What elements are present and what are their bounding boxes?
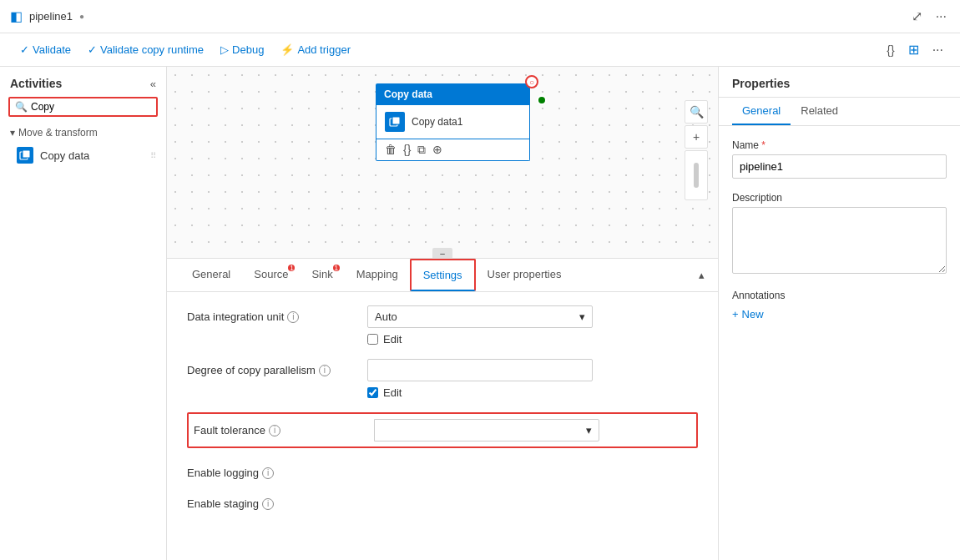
copy-data-node[interactable]: ○ Copy data Copy data1 🗑 {} [376, 83, 530, 161]
top-bar: ◧ pipeline1 ● ⤢ ··· [0, 0, 960, 33]
data-integration-unit-select[interactable]: Auto [367, 305, 593, 328]
category-header[interactable]: ▾ Move & transform [0, 124, 166, 142]
fault-tolerance-select[interactable] [374, 419, 599, 441]
activity-label: Copy data [40, 149, 89, 162]
new-annotation-button[interactable]: + New [732, 305, 764, 324]
toolbar-more-button[interactable]: ··· [929, 40, 947, 59]
source-badge: 1 [288, 265, 295, 271]
node-add-icon[interactable]: ⊕ [432, 143, 442, 157]
monitor-button[interactable]: ⊞ [905, 40, 922, 59]
degree-copy-edit-checkbox[interactable] [367, 387, 378, 398]
search-input[interactable] [31, 101, 151, 113]
tab-sink[interactable]: Sink 1 [300, 260, 344, 290]
name-field-label: Name * [732, 139, 947, 151]
tab-bar: General Source 1 Sink 1 Mapping Settings [167, 259, 718, 292]
fault-tolerance-info-icon[interactable]: i [269, 425, 280, 436]
debug-icon: ▷ [220, 43, 229, 56]
node-footer: 🗑 {} ⧉ ⊕ [376, 139, 530, 161]
search-box: 🔍 [8, 97, 158, 117]
validate-copy-check-icon: ✓ [88, 43, 97, 56]
tab-source[interactable]: Source 1 [242, 260, 300, 290]
tab-settings[interactable]: Settings [410, 259, 476, 291]
node-copy-icon[interactable]: ⧉ [417, 143, 426, 157]
node-header: Copy data [376, 83, 530, 105]
data-integration-unit-label: Data integration unit i [187, 305, 354, 323]
tab-mapping[interactable]: Mapping [345, 260, 410, 290]
tab-general[interactable]: General [180, 260, 242, 290]
props-tab-related[interactable]: Related [791, 98, 848, 125]
data-integration-unit-controls: Auto Edit [367, 305, 698, 346]
node-code-icon[interactable]: {} [403, 143, 411, 157]
error-indicator: ○ [525, 75, 538, 88]
name-field: Name * [732, 139, 947, 179]
svg-rect-1 [23, 150, 30, 158]
node-body: Copy data1 [376, 105, 530, 139]
degree-copy-parallelism-row: Degree of copy parallelism i Edit [187, 359, 698, 399]
code-button[interactable]: {} [883, 40, 897, 59]
tab-collapse-icon[interactable]: ▴ [699, 269, 705, 281]
collapse-icon[interactable]: « [150, 78, 156, 90]
category-label: Move & transform [18, 127, 98, 139]
sidebar-header: Activities « [0, 73, 166, 97]
fault-tolerance-chevron-icon [586, 424, 592, 436]
drag-handle-icon: ⠿ [150, 151, 156, 160]
top-bar-left: ◧ pipeline1 ● [10, 8, 84, 24]
enable-staging-info-icon[interactable]: i [262, 498, 274, 510]
enable-staging-label: Enable staging i [187, 492, 354, 510]
props-tab-general[interactable]: General [732, 98, 791, 125]
activity-item-copy-data[interactable]: Copy data ⠿ [0, 142, 166, 169]
tab-user-properties[interactable]: User properties [476, 260, 573, 290]
data-integration-edit-checkbox[interactable] [367, 334, 378, 345]
app-icon: ◧ [10, 8, 23, 24]
collapse-handle[interactable]: – [432, 248, 452, 258]
plus-icon: + [732, 308, 739, 320]
collapse-chevron-icon: – [440, 249, 445, 258]
settings-content: Data integration unit i Auto Edit [167, 292, 718, 560]
pipeline-title: pipeline1 [29, 10, 73, 23]
select-chevron-icon [579, 310, 585, 323]
canvas-area: ○ Copy data Copy data1 🗑 {} [167, 67, 718, 560]
degree-copy-parallelism-label: Degree of copy parallelism i [187, 359, 354, 376]
validate-button[interactable]: ✓ Validate [13, 40, 78, 59]
validate-check-icon: ✓ [20, 43, 29, 56]
enable-logging-row: Enable logging i [187, 462, 698, 479]
success-indicator [537, 95, 547, 105]
toolbar: ✓ Validate ✓ Validate copy runtime ▷ Deb… [0, 33, 960, 67]
fault-tolerance-row: Fault tolerance i [187, 412, 698, 448]
settings-panel: General Source 1 Sink 1 Mapping Settings [167, 259, 718, 560]
node-delete-icon[interactable]: 🗑 [385, 143, 397, 157]
node-body-label: Copy data1 [412, 116, 462, 128]
main-layout: Activities « 🔍 ▾ Move & transform Copy d… [0, 67, 960, 560]
annotations-field: Annotations + New [732, 290, 947, 324]
data-integration-edit-row: Edit [367, 333, 698, 346]
enable-staging-row: Enable staging i [187, 492, 698, 510]
sink-badge: 1 [333, 265, 340, 271]
svg-rect-3 [392, 117, 400, 124]
expand-button[interactable]: ⤢ [908, 7, 926, 26]
search-icon: 🔍 [15, 101, 28, 113]
enable-logging-info-icon[interactable]: i [262, 467, 274, 479]
properties-panel: Properties General Related Name * Descri… [718, 67, 960, 560]
canvas-scroll-bar[interactable] [685, 150, 708, 200]
canvas-search-button[interactable]: 🔍 [685, 100, 708, 124]
properties-content: Name * Description Annotations + New [719, 126, 960, 560]
description-textarea[interactable] [732, 207, 947, 274]
required-indicator: * [761, 139, 765, 151]
name-input[interactable] [732, 154, 947, 179]
degree-copy-info-icon[interactable]: i [319, 365, 331, 376]
sidebar-title: Activities [10, 77, 62, 90]
canvas-zoom-in-button[interactable]: + [685, 125, 708, 149]
description-field-label: Description [732, 192, 947, 204]
unsaved-dot: ● [79, 12, 84, 21]
validate-copy-button[interactable]: ✓ Validate copy runtime [81, 40, 210, 59]
debug-button[interactable]: ▷ Debug [214, 40, 270, 59]
topbar-more-button[interactable]: ··· [932, 8, 950, 26]
degree-copy-parallelism-input[interactable] [367, 359, 593, 381]
data-integration-unit-row: Data integration unit i Auto Edit [187, 305, 698, 346]
toolbar-right: {} ⊞ ··· [883, 40, 947, 59]
canvas-tools: 🔍 + [685, 100, 708, 200]
degree-copy-edit-row: Edit [367, 386, 698, 399]
data-integration-info-icon[interactable]: i [287, 311, 299, 323]
copy-data-icon [17, 147, 33, 164]
add-trigger-button[interactable]: ⚡ Add trigger [274, 40, 357, 59]
